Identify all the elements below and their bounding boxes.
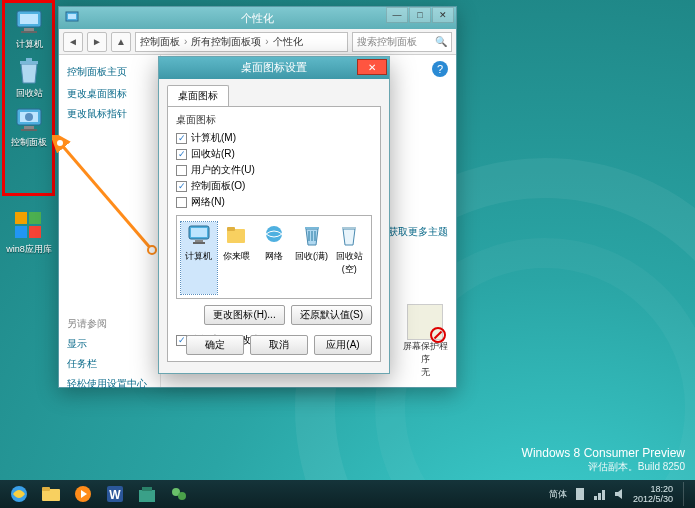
screensaver-preview (407, 304, 443, 340)
svg-marker-47 (615, 489, 622, 499)
checkbox-label: 回收站(R) (191, 147, 235, 161)
see-also-display[interactable]: 显示 (67, 337, 152, 351)
dialog-title: 桌面图标设置 (241, 60, 307, 75)
svg-point-26 (266, 226, 282, 242)
taskbar-ie[interactable] (4, 482, 34, 506)
svg-rect-24 (227, 229, 245, 243)
icon-item-2[interactable]: 网络 (256, 222, 292, 294)
checkbox-icon (176, 197, 187, 208)
checkbox-icon: ✓ (176, 149, 187, 160)
screensaver-value: 无 (402, 366, 448, 379)
breadcrumb[interactable]: 控制面板 › 所有控制面板项 › 个性化 (135, 32, 348, 52)
icon-item-0[interactable]: 计算机 (181, 222, 217, 294)
maximize-button[interactable]: □ (409, 7, 431, 23)
ime-indicator[interactable]: 简体 (549, 488, 567, 501)
chevron-right-icon: › (265, 36, 268, 47)
svg-rect-11 (15, 212, 27, 224)
svg-rect-34 (42, 487, 50, 491)
checkbox-2[interactable]: 用户的文件(U) (176, 163, 274, 177)
svg-rect-31 (342, 227, 356, 229)
change-icon-button[interactable]: 更改图标(H)... (204, 305, 284, 325)
svg-rect-29 (311, 231, 313, 241)
control-panel-icon (65, 11, 79, 25)
desktop-icon-settings-dialog: 桌面图标设置 ✕ 桌面图标 桌面图标 ✓计算机(M)✓回收站(R)用户的文件(U… (158, 56, 390, 374)
svg-point-42 (178, 492, 186, 500)
checkbox-3[interactable]: ✓控制面板(O) (176, 179, 274, 193)
svg-rect-19 (68, 14, 76, 19)
breadcrumb-root: 控制面板 (140, 35, 180, 49)
dialog-titlebar[interactable]: 桌面图标设置 ✕ (159, 57, 389, 79)
action-center-icon[interactable] (573, 487, 587, 501)
chevron-right-icon: › (184, 36, 187, 47)
checkbox-4[interactable]: 网络(N) (176, 195, 274, 209)
icon-label: 计算机 (181, 250, 217, 263)
see-also-ease-of-access[interactable]: 轻松使用设置中心 (67, 377, 152, 391)
taskbar-store[interactable] (132, 482, 162, 506)
icon-glyph (336, 222, 362, 248)
search-placeholder: 搜索控制面板 (357, 35, 417, 49)
watermark-line2: 评估副本。Build 8250 (522, 460, 685, 474)
left-nav: 控制面板主页 更改桌面图标 更改鼠标指针 另请参阅 显示 任务栏 轻松使用设置中… (59, 55, 161, 387)
annotation-highlight-box (2, 0, 55, 196)
svg-rect-14 (29, 226, 41, 238)
taskbar-explorer[interactable] (36, 482, 66, 506)
watermark-line1: Windows 8 Consumer Preview (522, 446, 685, 460)
search-input[interactable]: 搜索控制面板 🔍 (352, 32, 452, 52)
svg-rect-27 (305, 227, 319, 229)
breadcrumb-item: 所有控制面板项 (191, 35, 261, 49)
win8-app-icon (13, 210, 45, 242)
toolbar: ◄ ► ▲ 控制面板 › 所有控制面板项 › 个性化 搜索控制面板 🔍 (59, 29, 456, 55)
help-icon[interactable]: ? (432, 61, 448, 77)
taskbar-word[interactable]: W (100, 482, 130, 506)
taskbar-messenger[interactable] (164, 482, 194, 506)
svg-rect-21 (191, 228, 207, 237)
network-icon[interactable] (593, 487, 607, 501)
close-button[interactable]: ✕ (432, 7, 454, 23)
checkbox-1[interactable]: ✓回收站(R) (176, 147, 274, 161)
checkbox-label: 网络(N) (191, 195, 225, 209)
checkbox-icon: ✓ (176, 133, 187, 144)
checkbox-icon (176, 165, 187, 176)
desktop-icon-label: win8应用库 (6, 243, 52, 256)
checkbox-label: 用户的文件(U) (191, 163, 255, 177)
tab-desktop-icons[interactable]: 桌面图标 (167, 85, 229, 106)
close-button[interactable]: ✕ (357, 59, 387, 75)
checkbox-label: 控制面板(O) (191, 179, 245, 193)
icon-item-1[interactable]: 你来喂 (219, 222, 255, 294)
nav-home[interactable]: 控制面板主页 (67, 65, 152, 79)
show-desktop-button[interactable] (683, 482, 691, 506)
icon-label: 回收(满) (294, 250, 330, 263)
svg-rect-28 (308, 231, 310, 241)
icon-glyph (186, 222, 212, 248)
svg-rect-40 (142, 487, 152, 491)
tab-panel: 桌面图标 ✓计算机(M)✓回收站(R)用户的文件(U)✓控制面板(O)网络(N)… (167, 106, 381, 362)
cancel-button[interactable]: 取消 (250, 335, 308, 355)
clock[interactable]: 18:20 2012/5/30 (633, 484, 673, 504)
minimize-button[interactable]: — (386, 7, 408, 23)
taskbar: W 简体 18:20 2012/5/30 (0, 480, 695, 508)
window-title: 个性化 (241, 11, 274, 26)
ok-button[interactable]: 确定 (186, 335, 244, 355)
restore-defaults-button[interactable]: 还原默认值(S) (291, 305, 372, 325)
svg-rect-25 (227, 227, 235, 231)
icon-label: 你来喂 (219, 250, 255, 263)
icon-item-4[interactable]: 回收站(空) (331, 222, 367, 294)
svg-rect-46 (602, 490, 605, 500)
back-button[interactable]: ◄ (63, 32, 83, 52)
taskbar-media-player[interactable] (68, 482, 98, 506)
screensaver-tile[interactable]: 屏幕保护程序 无 (402, 304, 448, 379)
checkbox-label: 计算机(M) (191, 131, 236, 145)
icon-item-3[interactable]: 回收(满) (294, 222, 330, 294)
volume-icon[interactable] (613, 487, 627, 501)
desktop-icon-win8-apps[interactable]: win8应用库 (6, 210, 52, 256)
see-also-taskbar[interactable]: 任务栏 (67, 357, 152, 371)
nav-change-desktop-icons[interactable]: 更改桌面图标 (67, 87, 152, 101)
svg-rect-30 (314, 231, 316, 241)
svg-text:W: W (109, 488, 121, 502)
apply-button[interactable]: 应用(A) (314, 335, 372, 355)
up-button[interactable]: ▲ (111, 32, 131, 52)
forward-button[interactable]: ► (87, 32, 107, 52)
checkbox-0[interactable]: ✓计算机(M) (176, 131, 274, 145)
nav-change-mouse-pointer[interactable]: 更改鼠标指针 (67, 107, 152, 121)
window-titlebar[interactable]: 个性化 — □ ✕ (59, 7, 456, 29)
